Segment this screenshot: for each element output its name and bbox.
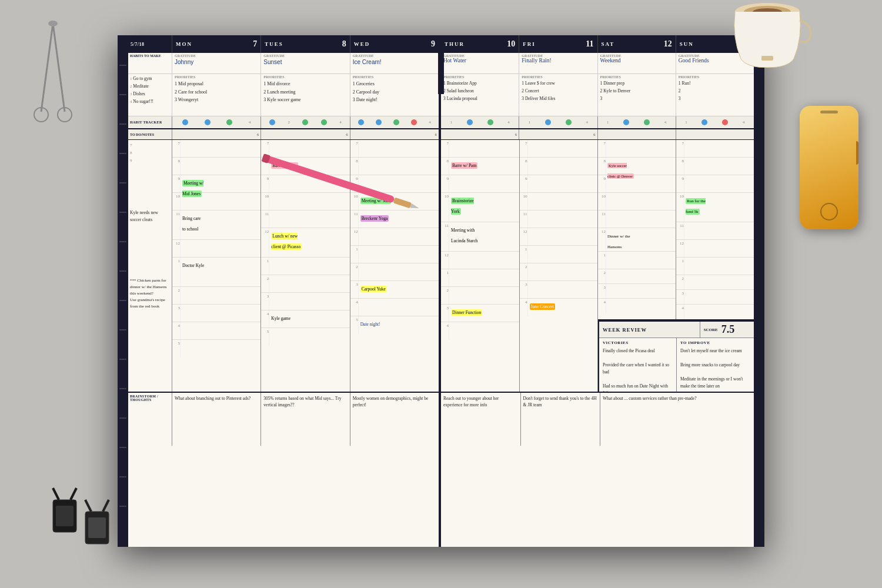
fri-header: FRI 11 <box>519 35 597 53</box>
mon-priorities: PRIORITIES 1 Mid proposal 2 Care for sch… <box>172 74 261 116</box>
svg-rect-16 <box>761 56 773 61</box>
victories-col: VICTORIES Finally closed the Picasa deal… <box>599 338 677 392</box>
svg-rect-23 <box>119 94 126 95</box>
sun-priorities: PRIORITIES 1 Run! 2 3 <box>676 74 754 116</box>
right-todo-header: 6 6 <box>441 129 754 140</box>
tues-gratitude: GRATITUDE Sunset <box>261 53 350 74</box>
svg-rect-10 <box>88 517 106 538</box>
week-review-title: WEEK REVIEW <box>599 322 700 338</box>
svg-rect-35 <box>119 447 126 448</box>
right-page: THUR 10 FRI 11 SAT 12 SUN 13 <box>441 35 764 547</box>
habits-label: HABITS TO MAKE <box>128 53 172 74</box>
wed-brainstorm: Mostly women on demographics, might be p… <box>350 393 439 446</box>
svg-rect-32 <box>119 359 126 360</box>
left-priorities-row: 1 Go to gym 2 Meditate 3 Dishes 4 No sug… <box>128 74 439 116</box>
habits-list-cell: 1 Go to gym 2 Meditate 3 Dishes 4 No sug… <box>128 74 172 116</box>
date-header: 5/7/18 <box>128 35 172 53</box>
svg-rect-18 <box>393 198 412 209</box>
sat-sun-weekreview-col: 7 8Kyle soccerclinic @ Denver 9 10 11 12… <box>598 140 754 392</box>
planner-book: 5/7/18 MON 7 TUES 8 WED 9 <box>118 35 764 547</box>
thur-time-col: 7 8Barre w/ Pam 9 10BrainstorizeYork 11M… <box>441 140 520 392</box>
left-page: 5/7/18 MON 7 TUES 8 WED 9 <box>118 35 441 547</box>
scissors-icon <box>29 18 76 123</box>
to-improve-col: TO IMPROVE Don't let myself near the ice… <box>677 338 754 392</box>
left-time-area: 7 8 9 Kyle needs newsoccer cleats *** Ch… <box>128 140 439 393</box>
svg-line-0 <box>41 24 53 112</box>
right-gratitude-row: GRATITUDE Hot Water GRATITUDE Finally Ra… <box>441 53 754 74</box>
wed-priorities: PRIORITIES 1 Groceries 2 Carpool day 3 D… <box>350 74 439 116</box>
left-gratitude-row: HABITS TO MAKE GRATITUDE Johnny GRATITUD… <box>128 53 439 74</box>
svg-line-12 <box>103 500 109 512</box>
mon-time-col: 7 8 9Meeting w/Mid Jones 10 11Bring care… <box>172 140 261 392</box>
right-header: THUR 10 FRI 11 SAT 12 SUN 13 <box>441 35 754 53</box>
left-brainstorm: BRAINSTORM / THOUGHTS What about branchi… <box>128 393 439 446</box>
left-sidebar-notes: 7 8 9 Kyle needs newsoccer cleats *** Ch… <box>128 140 172 392</box>
left-header: 5/7/18 MON 7 TUES 8 WED 9 <box>128 35 439 53</box>
thur-header: THUR 10 <box>441 35 519 53</box>
fri-gratitude: GRATITUDE Finally Rain! <box>519 53 597 74</box>
svg-line-1 <box>53 24 65 112</box>
svg-rect-28 <box>119 241 126 242</box>
wed-header: WED 9 <box>350 35 439 53</box>
svg-rect-25 <box>119 153 126 154</box>
svg-point-4 <box>48 21 58 26</box>
right-habit-tracker: 1 4 1 4 1 <box>441 116 754 129</box>
right-priorities-row: PRIORITIES 1 Brainstorize App 2 Salad lu… <box>441 74 754 116</box>
svg-rect-6 <box>56 506 74 526</box>
score-value: 7.5 <box>721 323 735 336</box>
binder-clip-icon <box>47 482 118 553</box>
bookmark-ribbon <box>438 35 444 94</box>
svg-rect-29 <box>119 270 126 272</box>
phone-device <box>800 106 858 229</box>
svg-line-7 <box>53 488 59 500</box>
score-section: SCORE 7.5 <box>700 322 754 338</box>
wed-gratitude: GRATITUDE Ice Cream! <box>350 53 439 74</box>
thur-brainstorm-right: Reach out to younger about her experienc… <box>441 393 521 446</box>
svg-rect-36 <box>119 476 126 477</box>
svg-marker-19 <box>410 203 420 211</box>
svg-line-11 <box>85 500 91 512</box>
mon-brainstorm: What about branching out to Pinterest ad… <box>172 393 261 446</box>
svg-line-8 <box>71 488 76 500</box>
right-brainstorm: Reach out to younger about her experienc… <box>441 393 754 446</box>
tues-brainstorm: 305% returns based on what Mid says... T… <box>261 393 350 446</box>
todo-header: TO DO/NOTES 6 6 6 <box>128 129 439 140</box>
thur-priorities: PRIORITIES 1 Brainstorize App 2 Salad lu… <box>441 74 519 116</box>
svg-rect-21 <box>118 35 128 547</box>
svg-rect-30 <box>119 300 126 301</box>
svg-rect-26 <box>119 182 126 183</box>
svg-rect-34 <box>119 417 126 419</box>
sat-time-col: 7 8Kyle soccerclinic @ Denver 9 10 11 12… <box>598 140 676 319</box>
fri-time-col: 7 8 9 10 11 12 1 2 3 4June Concert <box>520 140 599 392</box>
svg-rect-27 <box>119 212 126 213</box>
sat-gratitude: GRATITUDE Weekend <box>598 53 676 74</box>
habit-tracker-row: HABIT TRACKER 4 2 4 <box>128 116 439 129</box>
sat-header: SAT 12 <box>598 35 676 53</box>
mon-header: MON 7 <box>172 35 261 53</box>
fri-brainstorm-right: Don't forget to send thank you's to the … <box>521 393 601 446</box>
svg-rect-22 <box>119 65 126 66</box>
week-review-section: WEEK REVIEW SCORE 7.5 VICTORIES <box>598 320 754 392</box>
svg-rect-24 <box>119 123 126 125</box>
thur-gratitude: GRATITUDE Hot Water <box>441 53 519 74</box>
fri-priorities: PRIORITIES 1 Leave $ for crew 2 Concert … <box>519 74 597 116</box>
sat-sun-brainstorm-right: What about ... custom services rather th… <box>600 393 754 446</box>
svg-rect-31 <box>119 329 126 330</box>
mon-gratitude: GRATITUDE Johnny <box>172 53 261 74</box>
svg-rect-33 <box>119 388 126 389</box>
sun-time-col: 7 8 9 10Run for thefund 5k 11 12 1 2 3 4 <box>676 140 754 319</box>
tues-priorities: PRIORITIES 1 Mid divorce 2 Lunch meeting… <box>261 74 350 116</box>
tues-header: TUES 8 <box>261 35 350 53</box>
svg-rect-37 <box>119 506 126 507</box>
sat-priorities: PRIORITIES 1 Dinner prep 2 Kyle to Denve… <box>598 74 676 116</box>
coffee-cup-icon <box>729 3 811 68</box>
